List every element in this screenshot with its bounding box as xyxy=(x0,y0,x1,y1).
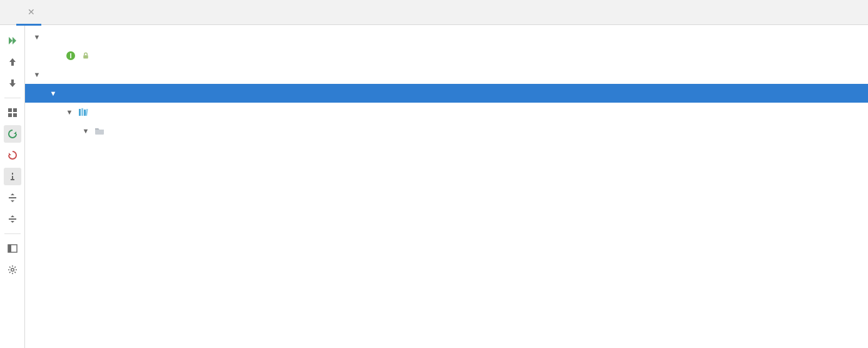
svg-rect-4 xyxy=(12,173,13,175)
find-tab-active[interactable]: ✕ xyxy=(16,0,41,26)
results-tree[interactable]: ▼ I ▼ ▼ xyxy=(25,25,868,348)
svg-rect-22 xyxy=(83,55,88,58)
rerun-button[interactable] xyxy=(4,32,21,49)
svg-rect-26 xyxy=(85,109,88,116)
find-label xyxy=(4,10,13,15)
chevron-down-icon[interactable]: ▼ xyxy=(81,126,90,135)
tree-node-implementations[interactable]: ▼ xyxy=(25,65,868,84)
lock-icon xyxy=(80,50,91,61)
next-occurrence-button[interactable] xyxy=(4,146,21,164)
group-button[interactable] xyxy=(4,104,21,121)
svg-rect-10 xyxy=(8,245,11,252)
tree-node-value-read[interactable]: ▼ xyxy=(25,84,868,103)
chevron-down-icon[interactable]: ▼ xyxy=(33,70,41,79)
chevron-down-icon[interactable]: ▼ xyxy=(49,89,58,98)
down-arrow-button[interactable] xyxy=(4,74,21,92)
expand-all-button[interactable] xyxy=(4,189,21,207)
tree-node-package[interactable]: ▼ xyxy=(25,121,868,140)
svg-point-11 xyxy=(11,269,14,272)
folder-icon xyxy=(94,125,105,136)
svg-rect-23 xyxy=(79,109,81,116)
interface-icon: I xyxy=(65,50,76,61)
svg-rect-1 xyxy=(13,108,17,112)
svg-rect-8 xyxy=(9,218,16,220)
separator xyxy=(4,233,21,234)
svg-rect-25 xyxy=(84,110,86,116)
svg-line-16 xyxy=(9,267,11,268)
separator xyxy=(4,98,21,98)
chevron-down-icon[interactable]: ▼ xyxy=(33,33,41,41)
preview-panel-button[interactable] xyxy=(4,240,21,257)
svg-rect-0 xyxy=(8,108,12,112)
svg-line-19 xyxy=(14,267,16,268)
library-icon xyxy=(78,106,89,118)
tree-node-maven-lib[interactable]: ▼ xyxy=(25,103,868,121)
svg-rect-24 xyxy=(81,108,83,116)
up-arrow-button[interactable] xyxy=(4,53,21,71)
svg-rect-7 xyxy=(9,197,16,198)
svg-rect-2 xyxy=(8,113,12,117)
prev-occurrence-button[interactable] xyxy=(4,125,21,143)
tree-node-irule[interactable]: I xyxy=(25,46,868,65)
chevron-down-icon[interactable]: ▼ xyxy=(65,108,74,116)
info-button[interactable] xyxy=(4,168,21,185)
svg-line-18 xyxy=(9,272,11,273)
find-toolbar: ✕ xyxy=(0,0,868,25)
svg-rect-3 xyxy=(13,113,17,117)
close-icon[interactable]: ✕ xyxy=(28,7,35,17)
svg-line-17 xyxy=(14,272,16,273)
side-toolbar xyxy=(0,25,25,348)
settings-button[interactable] xyxy=(4,261,21,279)
svg-text:I: I xyxy=(69,52,71,59)
svg-rect-6 xyxy=(11,179,14,180)
tree-node-targets[interactable]: ▼ xyxy=(25,28,868,46)
collapse-all-button[interactable] xyxy=(4,210,21,228)
